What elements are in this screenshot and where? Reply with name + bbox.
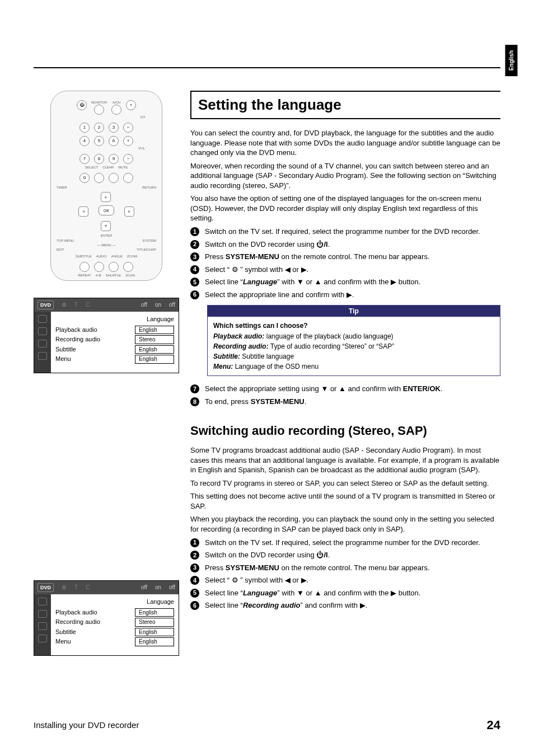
header-value: off: [169, 301, 175, 309]
remote-control-illustration: ⏻ MONITOR A/CH + CH 1 2 3 −: [50, 91, 162, 281]
remote-button: 4: [79, 136, 90, 146]
step-number-icon: 5: [190, 589, 199, 598]
remote-label: CLEAR: [102, 165, 114, 170]
remote-label: AUDIO: [96, 254, 107, 259]
dvd-label: DVD: [38, 300, 54, 309]
remote-button: [109, 173, 119, 183]
top-rule: [34, 67, 500, 68]
plus-icon: +: [123, 136, 133, 146]
step-text: Select “ ⚙ ” symbol with ◀ or ▶.: [205, 575, 500, 585]
sidebar-icon: [38, 315, 47, 323]
remote-label: SELECT: [85, 165, 98, 170]
intro-paragraph: When you playback the recording, you can…: [190, 514, 500, 534]
step-text: Switch on the DVD recorder using ⏻/I.: [205, 240, 500, 250]
step-number-icon: 3: [190, 252, 199, 261]
tip-row: Subtitle: Subtitle language: [213, 352, 494, 361]
step-text: Press SYSTEM-MENU on the remote control.…: [205, 563, 500, 573]
remote-label: EDIT: [57, 247, 64, 252]
sidebar-icon: [38, 352, 47, 360]
step-number-icon: 1: [190, 227, 199, 236]
header-icon: ⚙: [62, 301, 67, 309]
step-row: 3Press SYSTEM-MENU on the remote control…: [190, 252, 500, 262]
step-row: 5Select line “Language” with ▼ or ▲ and …: [190, 588, 500, 598]
step-number-icon: 7: [190, 384, 199, 393]
remote-label: VOL: [57, 146, 145, 151]
step-row: 6Select line “Recording audio” and confi…: [190, 600, 500, 611]
up-icon: ▵: [101, 192, 111, 202]
sidebar-icon: [38, 622, 47, 630]
remote-label: ENTER: [57, 233, 156, 238]
step-number-icon: 8: [190, 397, 199, 406]
step-text: Switch on the TV set. If required, selec…: [205, 227, 500, 237]
remote-button: [94, 105, 104, 115]
remote-label: SUBTITLE: [76, 254, 92, 259]
step-row: 1Switch on the TV set. If required, sele…: [190, 538, 500, 548]
tip-body: Which settings can I choose? Playback au…: [208, 317, 500, 375]
header-icon: ⚙: [62, 584, 67, 591]
remote-label: ANGLE: [111, 254, 123, 259]
remote-label: TIMER: [57, 185, 67, 190]
step-row: 5Select line “Language” with ▼ or ▲ and …: [190, 277, 500, 287]
power-icon: ⏻: [77, 100, 87, 110]
step-number-icon: 4: [190, 265, 199, 274]
left-column: ⏻ MONITOR A/CH + CH 1 2 3 −: [34, 91, 190, 673]
osd-sidebar: [34, 594, 51, 655]
remote-button: [94, 173, 104, 183]
remote-button: 3: [109, 123, 119, 133]
remote-button: [123, 173, 133, 183]
osd-title: Language: [55, 315, 174, 323]
remote-button: 7: [79, 154, 90, 164]
step-number-icon: 2: [190, 240, 199, 249]
sidebar-icon: [38, 598, 47, 605]
section-title-setting-language: Setting the language: [190, 91, 500, 119]
section-title-switching-audio: Switching audio recording (Stereo, SAP): [190, 422, 500, 439]
remote-button: 0: [79, 173, 90, 183]
remote-label: REPEAT: [78, 273, 91, 278]
step-text: To end, press SYSTEM-MENU.: [205, 397, 500, 407]
header-value: on: [155, 584, 161, 591]
remote-label: — MENU —: [57, 243, 156, 247]
remote-label: RETURN: [142, 185, 156, 190]
step-number-icon: 1: [190, 538, 199, 547]
step-number-icon: 3: [190, 564, 199, 572]
tip-row: Menu: Language of the OSD menu: [213, 362, 494, 371]
plus-icon: +: [126, 100, 136, 110]
remote-label: TITLE/CHAP: [137, 247, 156, 252]
header-value: off: [141, 584, 147, 591]
tip-box: Tip Which settings can I choose? Playbac…: [207, 305, 500, 376]
step-number-icon: 6: [190, 601, 199, 610]
footer-chapter: Installing your DVD recorder: [34, 720, 139, 731]
step-text: Select “ ⚙ ” symbol with ◀ or ▶.: [205, 265, 500, 275]
step-row: 4Select “ ⚙ ” symbol with ◀ or ▶.: [190, 265, 500, 275]
osd-row: MenuEnglish: [55, 637, 174, 646]
tip-header: Tip: [208, 306, 500, 317]
remote-label: MONITOR: [91, 100, 107, 105]
remote-button: [123, 262, 133, 272]
remote-label: SCAN: [125, 273, 135, 278]
page-footer: Installing your DVD recorder 24: [34, 717, 500, 734]
step-text: Press SYSTEM-MENU on the remote control.…: [205, 252, 500, 262]
osd-row: Recording audioStereo: [55, 335, 174, 344]
header-value: off: [169, 584, 175, 591]
tip-question: Which settings can I choose?: [213, 322, 308, 330]
remote-button: [94, 262, 104, 272]
remote-button: 5: [94, 136, 104, 146]
remote-button: 8: [94, 154, 104, 164]
content-area: ⏻ MONITOR A/CH + CH 1 2 3 −: [34, 91, 500, 673]
step-text: Select line “Recording audio” and confir…: [205, 600, 500, 611]
header-value: off: [141, 301, 147, 309]
remote-label: TOP MENU: [57, 238, 74, 243]
remote-label: A-B: [96, 273, 101, 278]
intro-paragraph: To record TV programs in stereo or SAP, …: [190, 478, 500, 489]
step-row: 6Select the appropriate line and confirm…: [190, 290, 500, 300]
step-number-icon: 5: [190, 278, 199, 287]
osd-screenshot-2: DVD ⚙ TC off on off Language Playback au…: [34, 580, 179, 656]
dvd-label: DVD: [38, 583, 54, 592]
sidebar-icon: [38, 610, 47, 618]
step-row: 4Select “ ⚙ ” symbol with ◀ or ▶.: [190, 575, 500, 585]
remote-label: ZOOM: [127, 254, 137, 259]
right-icon: ▹: [124, 206, 134, 217]
step-text: Select line “Language” with ▼ or ▲ and c…: [205, 277, 500, 287]
intro-paragraph: You can select the country and, for DVD …: [190, 128, 500, 158]
step-row: 2Switch on the DVD recorder using ⏻/I.: [190, 550, 500, 560]
